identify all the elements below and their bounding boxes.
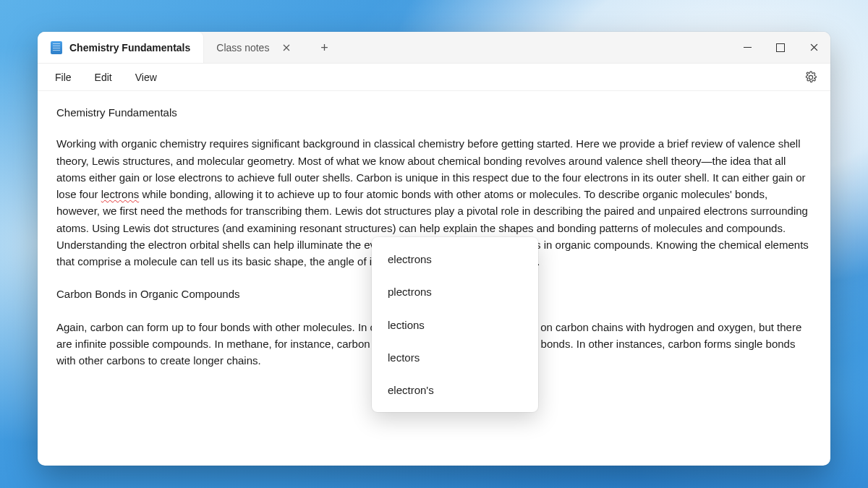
suggestion-item[interactable]: electrons (372, 243, 538, 275)
menubar: File Edit View (38, 64, 830, 91)
suggestion-item[interactable]: lectors (372, 341, 538, 374)
suggestion-item[interactable]: plectrons (372, 275, 538, 308)
suggestion-item[interactable]: electron's (372, 374, 538, 406)
settings-button[interactable] (799, 65, 823, 90)
tab-active[interactable]: Chemistry Fundamentals (38, 32, 203, 63)
notepad-window: Chemistry Fundamentals Class notes + Fil… (38, 32, 830, 466)
spellcheck-suggestions-popup: electrons plectrons lections lectors ele… (372, 237, 538, 412)
menu-view[interactable]: View (125, 67, 167, 87)
minimize-button[interactable] (731, 32, 764, 64)
suggestion-item[interactable]: lections (372, 309, 538, 341)
menu-edit[interactable]: Edit (85, 67, 122, 87)
close-window-button[interactable] (797, 32, 830, 64)
notepad-icon (51, 41, 62, 54)
tab-active-label: Chemistry Fundamentals (69, 42, 190, 53)
window-controls (731, 32, 830, 63)
close-tab-icon[interactable] (276, 38, 297, 58)
new-tab-button[interactable]: + (314, 38, 334, 58)
gear-icon (804, 71, 817, 84)
menu-file[interactable]: File (45, 67, 82, 87)
tab-inactive[interactable]: Class notes (203, 32, 310, 63)
tab-inactive-label: Class notes (216, 42, 269, 53)
maximize-button[interactable] (764, 32, 797, 64)
titlebar: Chemistry Fundamentals Class notes + (38, 32, 830, 64)
document-title: Chemistry Fundamentals (56, 104, 812, 121)
text-editor[interactable]: Chemistry Fundamentals Working with orga… (38, 91, 830, 466)
misspelled-word[interactable]: lectrons (101, 188, 140, 200)
